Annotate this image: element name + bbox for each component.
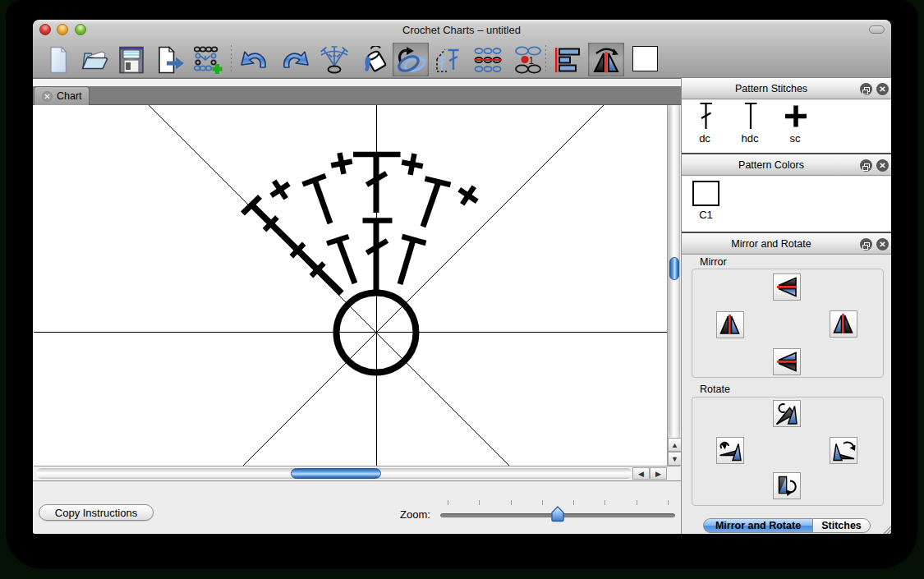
svg-text:1: 1 — [529, 55, 535, 67]
svg-text:hdc: hdc — [742, 132, 759, 145]
svg-text:dc: dc — [699, 132, 710, 145]
svg-text:sc: sc — [790, 132, 802, 145]
